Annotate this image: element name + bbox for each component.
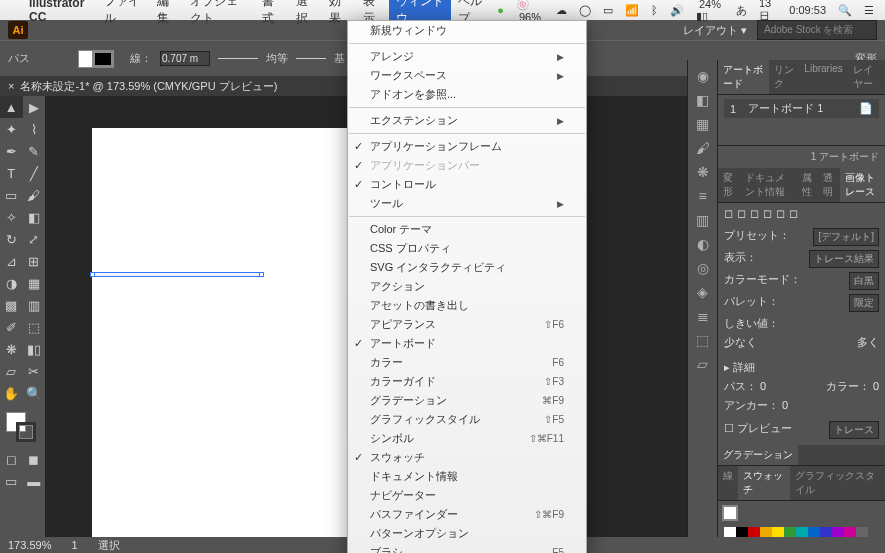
color-guide-icon[interactable]: ◧ <box>696 92 709 108</box>
menu-item[interactable]: 新規ウィンドウ <box>348 21 586 40</box>
notifications-icon[interactable]: ☰ <box>861 4 877 17</box>
eraser-tool[interactable]: ◧ <box>23 206 46 228</box>
scale-tool[interactable]: ⤢ <box>23 228 46 250</box>
trace-button[interactable]: トレース <box>829 421 879 439</box>
menu-item[interactable]: スウォッチ <box>348 448 586 467</box>
swatches-panel-icon[interactable]: ▦ <box>696 116 709 132</box>
tab-swatches[interactable]: スウォッチ <box>738 466 790 500</box>
mesh-tool[interactable]: ▩ <box>0 294 23 316</box>
fill-stroke-control[interactable] <box>4 410 41 442</box>
slice-tool[interactable]: ✂ <box>23 360 46 382</box>
stock-search-input[interactable]: Adobe Stock を検索 <box>757 20 877 40</box>
trace-preset-icon[interactable]: ◻ <box>737 207 746 220</box>
menu-item[interactable]: ワークスペース▶ <box>348 66 586 85</box>
menu-type[interactable]: 書式 <box>255 0 288 27</box>
trace-preset-icon[interactable]: ◻ <box>789 207 798 220</box>
width-tool[interactable]: ⊿ <box>0 250 23 272</box>
tab-artboards[interactable]: アートボード <box>718 60 769 94</box>
brushes-panel-icon[interactable]: 🖌 <box>696 140 710 156</box>
tab-attributes[interactable]: 属性 <box>797 168 819 202</box>
preview-checkbox[interactable]: プレビュー <box>737 422 792 434</box>
tab-graphic-styles[interactable]: グラフィックスタイル <box>790 466 885 500</box>
hand-tool[interactable]: ✋ <box>0 382 23 404</box>
magic-wand-tool[interactable]: ✦ <box>0 118 23 140</box>
gradient-tool[interactable]: ▥ <box>23 294 46 316</box>
menu-item[interactable]: ブラシF5 <box>348 543 586 553</box>
artboard-tool[interactable]: ▱ <box>0 360 23 382</box>
tab-transform[interactable]: 変形 <box>718 168 740 202</box>
shaper-tool[interactable]: ✧ <box>0 206 23 228</box>
menu-item[interactable]: ツール▶ <box>348 194 586 213</box>
menu-item[interactable]: コントロール <box>348 175 586 194</box>
artboard-list-item[interactable]: 1 アートボード 1 📄 <box>724 99 879 118</box>
menu-item[interactable]: アピアランス⇧F6 <box>348 315 586 334</box>
menu-item[interactable]: エクステンション▶ <box>348 111 586 130</box>
tab-docinfo[interactable]: ドキュメント情報 <box>740 168 797 202</box>
basic-label[interactable]: 基 <box>334 51 345 66</box>
trace-preset-icon[interactable]: ◻ <box>776 207 785 220</box>
menu-item[interactable]: アクション <box>348 277 586 296</box>
layers-panel-icon[interactable]: ≣ <box>697 308 709 324</box>
menu-object[interactable]: オブジェクト <box>183 0 255 27</box>
draw-normal[interactable]: ◻ <box>0 448 23 470</box>
asset-export-icon[interactable]: ⬚ <box>696 332 709 348</box>
menu-select[interactable]: 選択 <box>289 0 322 27</box>
stroke-swatch[interactable] <box>92 50 114 68</box>
tab-gradient[interactable]: グラデーション <box>718 445 798 465</box>
appearance-panel-icon[interactable]: ◎ <box>697 260 709 276</box>
draw-behind[interactable]: ◼ <box>23 448 46 470</box>
stroke-panel-icon[interactable]: ≡ <box>698 188 706 204</box>
menu-item[interactable]: シンボル⇧⌘F11 <box>348 429 586 448</box>
menu-item[interactable]: CSS プロパティ <box>348 239 586 258</box>
stroke-weight-input[interactable]: 0.707 m <box>160 51 210 66</box>
tab-stroke[interactable]: 線 <box>718 466 738 500</box>
line-tool[interactable]: ╱ <box>23 162 46 184</box>
preset-select[interactable]: [デフォルト] <box>813 228 879 246</box>
gradient-panel-icon[interactable]: ▥ <box>696 212 709 228</box>
menu-item[interactable]: アプリケーションフレーム <box>348 137 586 156</box>
artboard-options-icon[interactable]: 📄 <box>859 102 873 115</box>
graphic-styles-icon[interactable]: ◈ <box>697 284 708 300</box>
mode-select[interactable]: 白黒 <box>849 272 879 290</box>
rectangle-tool[interactable]: ▭ <box>0 184 23 206</box>
trace-preset-icon[interactable]: ◻ <box>750 207 759 220</box>
menu-item[interactable]: ナビゲーター <box>348 486 586 505</box>
menu-edit[interactable]: 編集 <box>150 0 183 27</box>
menu-item[interactable]: アレンジ▶ <box>348 47 586 66</box>
spotlight-icon[interactable]: 🔍 <box>835 4 855 17</box>
zoom-tool[interactable]: 🔍 <box>23 382 46 404</box>
layout-dropdown[interactable]: レイアウト ▾ <box>683 23 747 38</box>
shape-builder-tool[interactable]: ◑ <box>0 272 23 294</box>
free-transform-tool[interactable]: ⊞ <box>23 250 46 272</box>
type-tool[interactable]: T <box>0 162 23 184</box>
curvature-tool[interactable]: ✎ <box>23 140 46 162</box>
lasso-tool[interactable]: ⌇ <box>23 118 46 140</box>
menu-item[interactable]: アートボード <box>348 334 586 353</box>
menu-item[interactable]: カラーF6 <box>348 353 586 372</box>
eyedropper-tool[interactable]: ✐ <box>0 316 23 338</box>
app-name[interactable]: Illustrator CC <box>22 0 97 24</box>
swatch-fill-indicator[interactable] <box>722 505 738 521</box>
blend-tool[interactable]: ⬚ <box>23 316 46 338</box>
trace-preset-icon[interactable]: ◻ <box>763 207 772 220</box>
direct-selection-tool[interactable]: ▶ <box>23 96 46 118</box>
tab-image-trace[interactable]: 画像トレース <box>840 168 885 202</box>
symbols-panel-icon[interactable]: ❋ <box>697 164 709 180</box>
rotate-tool[interactable]: ↻ <box>0 228 23 250</box>
artboards-panel-icon[interactable]: ▱ <box>697 356 708 372</box>
tab-transparency[interactable]: 透明 <box>818 168 840 202</box>
selection-tool[interactable]: ▲ <box>0 96 23 118</box>
menu-item[interactable]: Color テーマ <box>348 220 586 239</box>
color-panel-icon[interactable]: ◉ <box>697 68 709 84</box>
tab-libraries[interactable]: Libraries <box>799 60 847 94</box>
stroke-color[interactable] <box>16 422 36 442</box>
tab-layers[interactable]: レイヤー <box>848 60 885 94</box>
tab-links[interactable]: リンク <box>769 60 799 94</box>
menu-item[interactable]: SVG インタラクティビティ <box>348 258 586 277</box>
view-select[interactable]: トレース結果 <box>809 250 879 268</box>
graph-tool[interactable]: ▮▯ <box>23 338 46 360</box>
symbol-sprayer-tool[interactable]: ❋ <box>0 338 23 360</box>
uniform-label[interactable]: 均等 <box>266 51 288 66</box>
brush-tool[interactable]: 🖌 <box>23 184 46 206</box>
selected-path[interactable] <box>92 272 262 277</box>
